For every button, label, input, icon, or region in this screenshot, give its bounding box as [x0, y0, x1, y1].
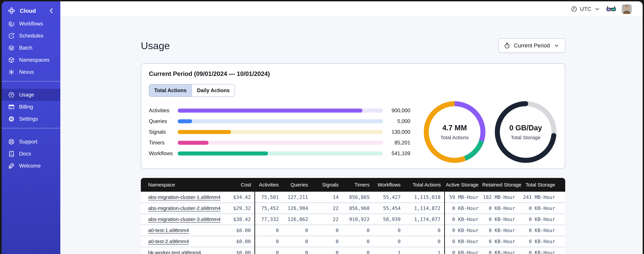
bar-fill [178, 152, 268, 156]
sidebar-nav: WorkflowsSchedulesBatchNamespacesNexusUs… [2, 18, 60, 172]
period-selector-label: Current Period [514, 42, 550, 49]
table-body: abs-migration-cluster-1.a98mm4$34.4275,5… [141, 192, 565, 254]
sidebar-item-label: Namespaces [19, 57, 50, 63]
table-cell: 0 KB-Hour [444, 225, 482, 236]
sidebar-item-workflows[interactable]: Workflows [2, 18, 60, 30]
table-cell: 75,452 [255, 203, 282, 214]
table-cell: 14 [312, 192, 342, 203]
bar-fill [178, 141, 208, 145]
table-cell: 0 [255, 247, 282, 254]
column-header-workflows: Workflows [373, 178, 404, 192]
table-cell: 1,174,077 [404, 214, 444, 225]
cloud-logo-icon [8, 7, 16, 14]
donut-value: 0 GB/Day [509, 124, 542, 132]
namespace-link[interactable]: bk-worker-test.a98mm4 [148, 250, 201, 254]
bar-value: 900,000 [383, 108, 410, 114]
namespace-usage-table: NamespaceCostActivitiesQueriesSignalsTim… [141, 178, 565, 254]
sidebar-item-billing[interactable]: Billing [2, 101, 60, 113]
table-cell: 0 KB-Hour [519, 247, 565, 254]
chevron-down-icon [594, 6, 600, 12]
sidebar-item-support[interactable]: Support [2, 136, 60, 148]
table-cell: 0 [312, 225, 342, 236]
tab-daily-actions[interactable]: Daily Actions [192, 84, 235, 96]
column-header-activities: Activities [255, 178, 282, 192]
feedback-glasses-button[interactable] [606, 5, 616, 13]
table-row: abs-migration-cluster-1.a98mm4$34.4275,5… [141, 192, 565, 203]
sidebar-item-label: Schedules [19, 33, 44, 39]
sidebar-item-label: Nexus [19, 69, 34, 75]
namespace-link[interactable]: abs-migration-cluster-1.a98mm4 [148, 194, 220, 200]
table-row: a0-test-1.a98mm4$0.000000000 KB-Hour0 KB… [141, 225, 565, 236]
namespace-link[interactable]: a0-test-1.a98mm4 [148, 228, 189, 233]
table-cell: 1,114,872 [404, 203, 444, 214]
batch-icon [8, 44, 15, 51]
sidebar-item-docs[interactable]: Docs [2, 148, 60, 160]
table-cell: 0 [255, 236, 282, 247]
table-cell: 75,501 [255, 192, 282, 203]
table-cell: 0 [282, 247, 312, 254]
table-cell: 0 KB-Hour [482, 236, 519, 247]
table-cell: 0 [342, 236, 373, 247]
tab-total-actions[interactable]: Total Actions [149, 84, 192, 96]
avatar-image [622, 4, 632, 14]
column-header-total-actions: Total Actions [404, 178, 444, 192]
main-area: UTC Usage Current Period [60, 1, 643, 254]
bar-value: 130,000 [383, 129, 410, 135]
table-cell: 55,454 [373, 203, 404, 214]
settings-icon [8, 116, 15, 122]
table-cell: 77,332 [255, 214, 282, 225]
bar-label: Activities [149, 108, 178, 114]
bar-row-signals: Signals130,000 [149, 127, 410, 138]
support-icon [8, 138, 15, 145]
sidebar-item-label: Batch [19, 45, 32, 51]
column-header-timers: Timers [342, 178, 373, 192]
namespace-link[interactable]: abs-migration-cluster-2.a98mm4 [148, 206, 220, 211]
table-cell: 0 KB-Hour [482, 203, 519, 214]
namespace-link[interactable]: a0-test-2.a98mm4 [148, 238, 189, 244]
bar-label: Queries [149, 118, 178, 124]
welcome-icon [8, 162, 15, 169]
schedules-icon [8, 32, 15, 39]
table-cell: $38.42 [224, 214, 255, 225]
table-cell: 1 [373, 247, 404, 254]
docs-icon [8, 150, 15, 157]
bar-chart: Activities900,000Queries5,000Signals130,… [149, 105, 410, 159]
table-cell: 127,211 [282, 192, 312, 203]
namespace-link[interactable]: abs-migration-cluster-3.a98mm4 [148, 216, 220, 222]
table-cell: 0 [373, 225, 404, 236]
table-row: bk-worker-test.a98mm4$0.000000110 KB-Hou… [141, 247, 565, 254]
sidebar-item-usage[interactable]: Usage [2, 89, 60, 101]
bar-track [178, 119, 383, 123]
sidebar-collapse-button[interactable] [48, 7, 55, 14]
sidebar-item-schedules[interactable]: Schedules [2, 30, 60, 42]
sidebar-item-label: Support [19, 139, 38, 145]
table-cell: 0 KB-Hour [482, 214, 519, 225]
usage-summary-card: Current Period (09/01/2024 — 10/01/2024)… [141, 63, 565, 169]
app-window: Cloud WorkflowsSchedulesBatchNamespacesN… [2, 1, 643, 254]
donut-total-actions: 4.7 MMTotal Actions [424, 101, 486, 163]
sidebar-item-label: Billing [19, 104, 33, 110]
sidebar-item-welcome[interactable]: Welcome [2, 160, 60, 172]
table-cell: 22 [312, 203, 342, 214]
sidebar-item-nexus[interactable]: Nexus [2, 66, 60, 78]
user-avatar [622, 4, 632, 14]
bar-label: Signals [149, 129, 178, 135]
bar-row-timers: Timers85,201 [149, 138, 410, 148]
chevron-down-icon [553, 42, 560, 49]
sidebar-item-label: Welcome [19, 163, 41, 169]
actions-tabs: Total Actions Daily Actions [149, 84, 235, 97]
period-selector-button[interactable]: Current Period [498, 38, 565, 53]
sidebar-item-namespaces[interactable]: Namespaces [2, 54, 60, 66]
table-cell: 126,984 [282, 203, 312, 214]
column-header-queries: Queries [282, 178, 312, 192]
account-menu[interactable] [622, 4, 635, 14]
timezone-selector[interactable]: UTC [571, 6, 600, 12]
sidebar-item-batch[interactable]: Batch [2, 42, 60, 54]
table-cell: 0 KB-Hour [519, 236, 565, 247]
sidebar-item-settings[interactable]: Settings [2, 113, 60, 125]
table-cell: 856,960 [342, 203, 373, 214]
glasses-icon [606, 5, 616, 13]
card-title: Current Period (09/01/2024 — 10/01/2024) [149, 70, 557, 78]
table-cell: $34.42 [224, 192, 255, 203]
bar-label: Workflows [149, 150, 178, 156]
